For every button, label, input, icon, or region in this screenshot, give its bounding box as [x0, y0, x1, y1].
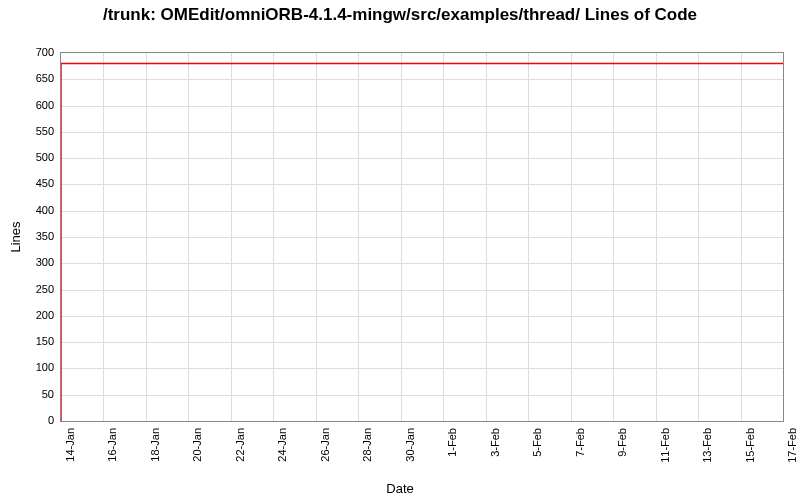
- chart-title: /trunk: OMEdit/omniORB-4.1.4-mingw/src/e…: [0, 0, 800, 25]
- y-tick-label: 450: [36, 177, 54, 189]
- y-tick-label: 650: [36, 72, 54, 84]
- x-tick-label: 3-Feb: [489, 428, 501, 457]
- x-axis-label: Date: [0, 481, 800, 496]
- plot-area: [60, 52, 784, 422]
- y-tick-label: 50: [42, 388, 54, 400]
- x-tick-label: 13-Feb: [701, 428, 713, 463]
- x-tick-label: 30-Jan: [404, 428, 416, 462]
- y-tick-label: 100: [36, 361, 54, 373]
- y-tick-label: 250: [36, 283, 54, 295]
- x-tick-label: 18-Jan: [149, 428, 161, 462]
- x-tick-label: 9-Feb: [616, 428, 628, 457]
- y-tick-label: 500: [36, 151, 54, 163]
- x-tick-label: 24-Jan: [276, 428, 288, 462]
- x-tick-label: 16-Jan: [106, 428, 118, 462]
- y-tick-label: 350: [36, 230, 54, 242]
- x-tick-label: 28-Jan: [361, 428, 373, 462]
- x-axis-ticks: 14-Jan16-Jan18-Jan20-Jan22-Jan24-Jan26-J…: [60, 422, 784, 482]
- x-tick-label: 14-Jan: [64, 428, 76, 462]
- loc-chart: /trunk: OMEdit/omniORB-4.1.4-mingw/src/e…: [0, 0, 800, 500]
- x-tick-label: 17-Feb: [786, 428, 798, 463]
- x-tick-label: 22-Jan: [234, 428, 246, 462]
- y-tick-label: 300: [36, 256, 54, 268]
- y-tick-label: 150: [36, 335, 54, 347]
- x-tick-label: 5-Feb: [531, 428, 543, 457]
- x-tick-label: 15-Feb: [744, 428, 756, 463]
- x-tick-label: 20-Jan: [191, 428, 203, 462]
- x-tick-label: 26-Jan: [319, 428, 331, 462]
- y-axis-ticks: 0501001502002503003504004505005506006507…: [0, 52, 58, 422]
- y-tick-label: 0: [48, 414, 54, 426]
- y-tick-label: 400: [36, 204, 54, 216]
- x-tick-label: 11-Feb: [659, 428, 671, 463]
- y-tick-label: 700: [36, 46, 54, 58]
- series-line: [61, 64, 783, 421]
- x-tick-label: 7-Feb: [574, 428, 586, 457]
- x-tick-label: 1-Feb: [446, 428, 458, 457]
- y-tick-label: 550: [36, 125, 54, 137]
- y-tick-label: 600: [36, 99, 54, 111]
- y-tick-label: 200: [36, 309, 54, 321]
